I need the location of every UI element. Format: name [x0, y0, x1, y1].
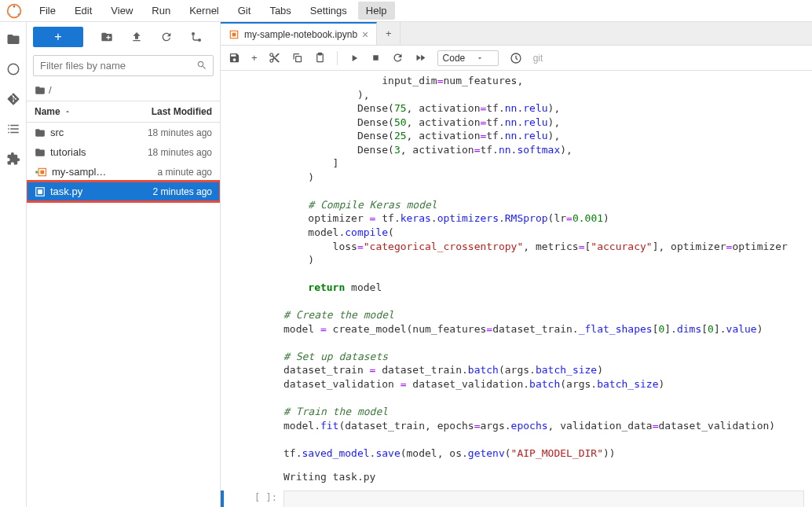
cell-gutter: [ ]:	[221, 490, 283, 507]
main-content: my-sample-notebook.ipynb × + + Code	[221, 22, 812, 507]
cell-input[interactable]	[283, 490, 804, 507]
running-icon[interactable]	[5, 61, 21, 77]
svg-point-2	[18, 13, 20, 15]
folder-icon	[35, 127, 46, 138]
menubar: FileEditViewRunKernelGitTabsSettingsHelp	[0, 0, 812, 22]
menu-tabs[interactable]: Tabs	[262, 2, 298, 20]
breadcrumb[interactable]: /	[27, 79, 220, 101]
notebook-icon	[229, 29, 240, 40]
upload-icon[interactable]	[130, 31, 143, 43]
refresh-icon[interactable]	[160, 31, 173, 43]
kernel-status-icon[interactable]	[510, 52, 522, 64]
svg-rect-14	[295, 57, 301, 62]
svg-point-1	[13, 5, 16, 6]
file-name-label: tutorials	[50, 146, 86, 158]
run-all-icon[interactable]	[415, 52, 426, 64]
menu-help[interactable]: Help	[358, 2, 395, 20]
tab-title: my-sample-notebook.ipynb	[244, 29, 357, 40]
close-icon[interactable]: ×	[362, 28, 368, 41]
menu-git[interactable]: Git	[230, 2, 259, 20]
save-icon[interactable]	[229, 52, 240, 64]
breadcrumb-path: /	[49, 84, 52, 96]
cell-type-select[interactable]: Code	[437, 50, 499, 66]
insert-cell-icon[interactable]: +	[251, 52, 258, 64]
notebook-toolbar: + Code git	[221, 46, 812, 71]
add-tab-button[interactable]: +	[377, 22, 401, 45]
file-modified: 18 minutes ago	[148, 127, 212, 138]
svg-rect-13	[232, 32, 236, 36]
output-cell: Writing task.py	[221, 466, 812, 487]
toolbar-separator	[337, 51, 338, 65]
output-text: Writing task.py	[283, 466, 804, 487]
svg-point-3	[9, 13, 10, 15]
notebook-area: input_dim=num_features, ), Dense(75, act…	[221, 71, 812, 507]
run-icon[interactable]	[349, 53, 360, 64]
menu-file[interactable]: File	[31, 2, 64, 20]
tabbar: my-sample-notebook.ipynb × +	[221, 22, 812, 46]
python-icon	[35, 186, 46, 197]
code-cell[interactable]: input_dim=num_features, ), Dense(75, act…	[221, 71, 812, 463]
chevron-down-icon	[476, 54, 484, 62]
cell-gutter	[221, 466, 283, 487]
svg-rect-17	[373, 55, 379, 61]
menu-kernel[interactable]: Kernel	[181, 2, 227, 20]
code-content: input_dim=num_features, ), Dense(75, act…	[283, 71, 804, 463]
git-label: git	[533, 53, 543, 64]
svg-point-6	[198, 39, 201, 42]
svg-rect-16	[318, 53, 321, 55]
file-modified: 2 minutes ago	[153, 186, 212, 197]
activity-bar	[0, 22, 27, 507]
file-browser-sidebar: + / Name Last Modif	[27, 22, 221, 507]
menu-run[interactable]: Run	[144, 2, 178, 20]
restart-icon[interactable]	[392, 52, 404, 64]
stop-icon[interactable]	[371, 53, 381, 63]
menu-edit[interactable]: Edit	[67, 2, 100, 20]
toc-icon[interactable]	[5, 121, 21, 137]
file-row[interactable]: src18 minutes ago	[27, 123, 220, 142]
tab-notebook[interactable]: my-sample-notebook.ipynb ×	[221, 22, 377, 45]
file-list-header: Name Last Modified	[27, 101, 220, 123]
empty-code-cell[interactable]: [ ]:	[221, 490, 812, 507]
column-name[interactable]: Name	[35, 106, 71, 117]
file-name-label: src	[50, 127, 64, 138]
svg-rect-9	[40, 170, 44, 174]
cell-gutter	[221, 71, 283, 463]
sort-up-icon	[64, 108, 71, 116]
paste-icon[interactable]	[314, 52, 326, 64]
column-modified[interactable]: Last Modified	[152, 106, 212, 117]
new-launcher-button[interactable]: +	[33, 27, 83, 47]
file-modified: 18 minutes ago	[148, 147, 212, 158]
new-folder-icon[interactable]	[101, 31, 113, 43]
git-icon[interactable]	[5, 91, 21, 107]
svg-point-5	[192, 32, 195, 35]
notebook-icon	[35, 167, 47, 178]
sidebar-toolbar: +	[27, 22, 220, 52]
jupyter-logo-icon	[6, 3, 22, 19]
file-name-label: task.py	[50, 186, 82, 197]
file-name-label: my-sampl…	[52, 166, 106, 178]
git-toolbar-icon[interactable]	[190, 31, 203, 43]
svg-point-7	[35, 171, 38, 174]
cell-prompt: [ ]:	[254, 492, 277, 507]
folder-icon	[35, 147, 46, 158]
filter-input[interactable]	[33, 55, 214, 76]
folder-icon[interactable]	[5, 31, 21, 47]
search-icon	[196, 60, 207, 71]
file-modified: a minute ago	[158, 167, 212, 178]
extensions-icon[interactable]	[5, 151, 21, 167]
menu-view[interactable]: View	[103, 2, 141, 20]
file-row[interactable]: task.py2 minutes ago	[27, 182, 220, 201]
filter-box	[33, 55, 214, 76]
copy-icon[interactable]	[291, 52, 303, 64]
folder-breadcrumb-icon	[35, 85, 46, 96]
cut-icon[interactable]	[269, 52, 280, 64]
svg-point-4	[8, 64, 19, 75]
file-list: src18 minutes agotutorials18 minutes ago…	[27, 123, 220, 507]
file-row[interactable]: my-sampl…a minute ago	[27, 162, 220, 182]
menu-settings[interactable]: Settings	[302, 2, 355, 20]
file-row[interactable]: tutorials18 minutes ago	[27, 142, 220, 162]
svg-rect-11	[38, 189, 42, 194]
